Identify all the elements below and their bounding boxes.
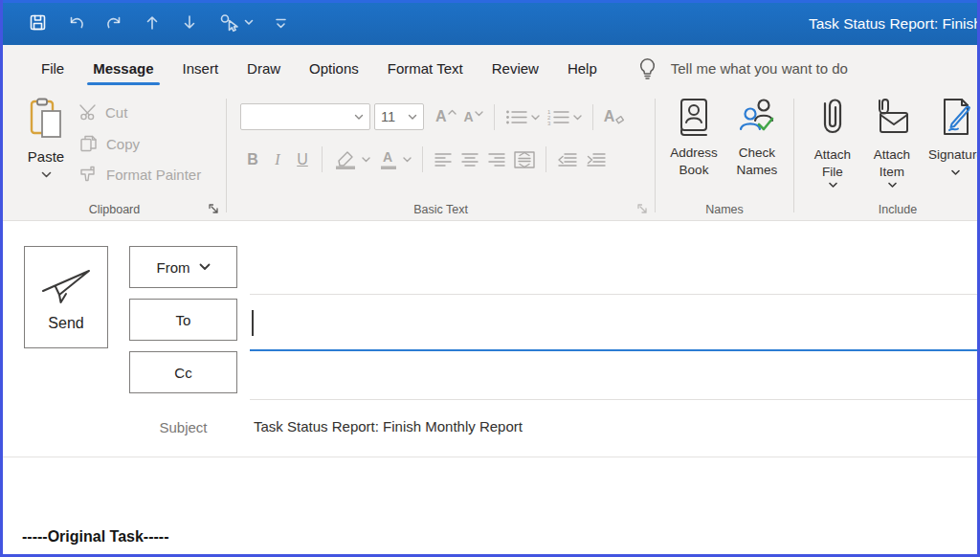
decrease-indent-button[interactable] <box>557 152 578 167</box>
to-field[interactable] <box>250 301 977 351</box>
group-names: Address Book Check Names Names <box>656 91 793 220</box>
from-button[interactable]: From <box>129 246 237 288</box>
align-right-button[interactable] <box>487 152 506 167</box>
svg-text:3: 3 <box>547 121 551 125</box>
scissors-icon <box>79 103 98 121</box>
align-center-button[interactable] <box>460 152 479 167</box>
clipboard-group-label: Clipboard <box>3 203 226 216</box>
tell-me-box[interactable]: Tell me what you want to do <box>636 56 848 80</box>
quick-access-toolbar <box>29 12 288 33</box>
format-painter-icon <box>79 166 99 183</box>
text-cursor <box>252 310 254 336</box>
signature-label: Signature <box>928 146 977 164</box>
message-body-text[interactable]: -----Original Task----- <box>22 528 168 546</box>
basic-text-dialog-launcher-icon[interactable] <box>636 203 648 214</box>
attach-item-button[interactable]: Attach Item <box>863 98 921 189</box>
compose-area: Send From To Cc Subject Task Status Repo… <box>3 221 977 554</box>
cc-button[interactable]: Cc <box>129 351 237 393</box>
bold-button[interactable]: B <box>243 151 262 168</box>
customize-qat-icon[interactable] <box>274 16 288 30</box>
italic-button[interactable]: I <box>268 151 287 168</box>
address-book-button[interactable]: Address Book <box>663 98 724 178</box>
font-size-combobox[interactable]: 11 <box>374 103 424 130</box>
names-group-label: Names <box>656 203 793 216</box>
signature-icon <box>937 98 975 140</box>
increase-indent-button[interactable] <box>586 152 607 167</box>
from-label: From <box>157 259 190 276</box>
separator <box>494 104 495 130</box>
lightbulb-icon <box>636 56 658 80</box>
underline-button[interactable]: U <box>293 151 312 168</box>
tab-file[interactable]: File <box>27 49 78 88</box>
chevron-down-icon <box>408 114 417 121</box>
tab-message[interactable]: Message <box>78 49 167 88</box>
to-button[interactable]: To <box>129 299 237 341</box>
line-spacing-button[interactable] <box>514 151 535 168</box>
redo-icon[interactable] <box>105 13 123 32</box>
copy-button[interactable]: Copy <box>79 134 140 153</box>
font-size-value: 11 <box>381 109 395 124</box>
include-group-label: Include <box>794 203 977 216</box>
text-highlight-button[interactable] <box>333 149 370 170</box>
address-book-label: Address Book <box>663 145 724 178</box>
bullets-button[interactable] <box>505 109 540 125</box>
grow-font-button[interactable]: A <box>435 109 457 124</box>
copy-label: Copy <box>106 136 140 152</box>
format-painter-label: Format Painter <box>106 167 201 183</box>
attach-file-button[interactable]: Attach File <box>806 98 859 189</box>
group-include: Attach File Attach Item <box>794 91 977 220</box>
tell-me-label: Tell me what you want to do <box>671 60 848 77</box>
format-painter-button[interactable]: Format Painter <box>79 166 201 183</box>
clear-formatting-button[interactable]: A <box>604 109 627 124</box>
paste-dropdown-chevron-icon[interactable] <box>41 171 52 179</box>
group-clipboard: Paste Cut Copy Format Painter Clipboard <box>3 91 226 220</box>
chevron-down-icon <box>951 169 960 176</box>
outlook-message-window: Task Status Report: Finish Monthly Repor… <box>0 0 980 557</box>
from-field[interactable] <box>250 248 977 295</box>
chevron-down-icon <box>354 114 364 121</box>
separator <box>592 104 593 130</box>
tab-options[interactable]: Options <box>295 49 373 88</box>
clipboard-dialog-launcher-icon[interactable] <box>208 203 219 214</box>
tab-format-text[interactable]: Format Text <box>373 49 478 88</box>
ribbon-tab-row: File Message Insert Draw Options Format … <box>3 45 977 91</box>
tab-draw[interactable]: Draw <box>233 49 295 88</box>
separator <box>546 146 546 172</box>
paste-button[interactable]: Paste <box>20 98 72 179</box>
paste-icon <box>29 98 63 144</box>
check-names-button[interactable]: Check Names <box>727 98 787 178</box>
move-up-icon[interactable] <box>144 13 161 32</box>
send-button[interactable]: Send <box>24 246 108 348</box>
ribbon: Paste Cut Copy Format Painter Clipboard <box>3 91 977 221</box>
touch-mouse-mode-icon[interactable] <box>218 12 254 33</box>
cut-button[interactable]: Cut <box>79 103 127 121</box>
tab-review[interactable]: Review <box>478 49 553 88</box>
move-down-icon[interactable] <box>181 13 198 32</box>
separator <box>422 146 423 172</box>
window-title: Task Status Report: Finish Monthly Repor… <box>809 0 977 45</box>
shrink-font-button[interactable]: A <box>464 110 483 123</box>
font-name-combobox[interactable] <box>240 103 370 130</box>
signature-button[interactable]: Signature <box>926 98 977 176</box>
send-label: Send <box>48 315 83 332</box>
tab-insert[interactable]: Insert <box>168 49 234 88</box>
cc-field[interactable] <box>250 355 977 400</box>
subject-field[interactable]: Task Status Report: Finish Monthly Repor… <box>254 418 523 434</box>
to-label: To <box>176 312 191 328</box>
titlebar: Task Status Report: Finish Monthly Repor… <box>3 0 977 45</box>
cut-label: Cut <box>105 104 127 121</box>
undo-icon[interactable] <box>67 13 85 32</box>
numbering-button[interactable]: 123 <box>547 109 582 125</box>
copy-icon <box>79 134 99 153</box>
svg-text:A: A <box>383 149 392 165</box>
font-color-button[interactable]: A <box>378 149 412 170</box>
align-left-button[interactable] <box>434 152 453 167</box>
check-names-icon <box>738 98 776 138</box>
chevron-down-icon <box>829 182 837 189</box>
tab-help[interactable]: Help <box>553 49 612 88</box>
paperclip-icon <box>818 98 847 140</box>
chevron-down-icon <box>199 263 211 271</box>
save-icon[interactable] <box>29 13 47 32</box>
address-book-icon <box>676 98 712 138</box>
paste-label: Paste <box>28 148 64 165</box>
